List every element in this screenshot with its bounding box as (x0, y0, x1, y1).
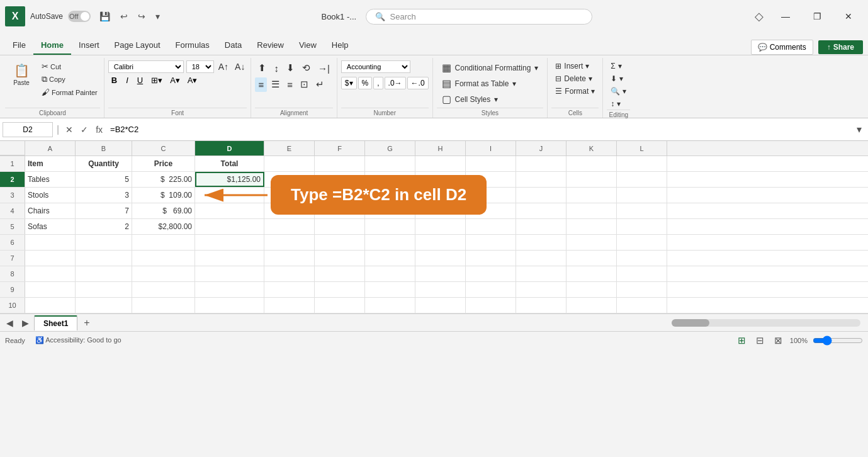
cell-e1[interactable] (264, 156, 315, 171)
cell-h8[interactable] (415, 266, 466, 281)
page-break-view-button[interactable]: ⊠ (772, 334, 785, 347)
fill-button[interactable]: ⬇ ▾ (607, 73, 627, 84)
conditional-formatting-button[interactable]: ▦ Conditional Formatting ▾ (437, 60, 544, 75)
cell-i10[interactable] (466, 298, 516, 313)
cell-l6[interactable] (617, 235, 667, 250)
cell-l8[interactable] (617, 266, 667, 281)
save-icon[interactable]: 💾 (96, 9, 114, 24)
cell-j3[interactable] (516, 188, 566, 203)
cell-b10[interactable] (76, 298, 132, 313)
cell-g9[interactable] (365, 282, 415, 297)
cell-a8[interactable] (25, 266, 76, 281)
bold-button[interactable]: B (108, 74, 120, 86)
font-size-select[interactable]: 18 (186, 60, 214, 73)
delete-cells-button[interactable]: ⊟ Delete ▾ (551, 73, 596, 84)
cell-g3[interactable] (365, 188, 415, 203)
cell-d2[interactable]: $1,125.00 (195, 172, 264, 187)
cell-k5[interactable] (566, 219, 617, 234)
cell-h1[interactable] (415, 156, 466, 171)
cell-b2[interactable]: 5 (76, 172, 132, 187)
cell-h10[interactable] (415, 298, 466, 313)
cell-g6[interactable] (365, 235, 415, 250)
cell-a10[interactable] (25, 298, 76, 313)
merge-button[interactable]: ⊡ (297, 77, 312, 92)
cell-k10[interactable] (566, 298, 617, 313)
cell-f6[interactable] (315, 235, 365, 250)
cell-k8[interactable] (566, 266, 617, 281)
col-header-b[interactable]: B (76, 141, 132, 155)
insert-function-button[interactable]: fx (93, 123, 105, 136)
add-sheet-button[interactable]: + (79, 316, 94, 330)
tab-insert[interactable]: Insert (71, 37, 107, 55)
cell-l5[interactable] (617, 219, 667, 234)
cell-h5[interactable] (415, 219, 466, 234)
font-shrink-button[interactable]: A↓ (233, 60, 247, 73)
italic-button[interactable]: I (123, 74, 132, 86)
cell-l2[interactable] (617, 172, 667, 187)
col-header-l[interactable]: L (617, 141, 667, 155)
cell-i9[interactable] (466, 282, 516, 297)
cell-f9[interactable] (315, 282, 365, 297)
cell-f8[interactable] (315, 266, 365, 281)
row-num-3[interactable]: 3 (0, 188, 25, 203)
cell-h2[interactable] (415, 172, 466, 187)
cell-styles-button[interactable]: ▢ Cell Styles ▾ (437, 92, 504, 106)
sheet-nav-prev[interactable]: ◀ (3, 317, 17, 329)
cell-e8[interactable] (264, 266, 315, 281)
tab-home[interactable]: Home (33, 37, 71, 55)
cell-h7[interactable] (415, 251, 466, 266)
autosum-button[interactable]: Σ ▾ (607, 60, 625, 72)
cell-i3[interactable] (466, 188, 516, 203)
cell-j7[interactable] (516, 251, 566, 266)
col-header-e[interactable]: E (264, 141, 315, 155)
cell-e9[interactable] (264, 282, 315, 297)
cell-i8[interactable] (466, 266, 516, 281)
border-button[interactable]: ⊞▾ (149, 74, 165, 86)
cell-a9[interactable] (25, 282, 76, 297)
align-top-button[interactable]: ⬆ (255, 60, 269, 76)
col-header-i[interactable]: I (466, 141, 516, 155)
align-center-button[interactable]: ☰ (268, 77, 283, 92)
cell-e2[interactable] (264, 172, 315, 187)
cell-g5[interactable] (365, 219, 415, 234)
row-num-4[interactable]: 4 (0, 203, 25, 218)
cell-e6[interactable] (264, 235, 315, 250)
cell-g2[interactable] (365, 172, 415, 187)
cell-e3[interactable] (264, 188, 315, 203)
format-cells-button[interactable]: ☰ Format ▾ (551, 86, 599, 97)
customize-icon[interactable]: ▾ (152, 9, 164, 24)
text-direction-button[interactable]: ⟲ (299, 60, 313, 76)
cell-k2[interactable] (566, 172, 617, 187)
cell-f2[interactable] (315, 172, 365, 187)
cell-l7[interactable] (617, 251, 667, 266)
cell-b4[interactable]: 7 (76, 203, 132, 218)
cell-i6[interactable] (466, 235, 516, 250)
minimize-button[interactable]: — (771, 6, 800, 26)
cell-k6[interactable] (566, 235, 617, 250)
tab-view[interactable]: View (291, 37, 324, 55)
cell-d4[interactable] (195, 203, 264, 218)
share-button[interactable]: ↑ Share (818, 40, 863, 54)
cell-f3[interactable] (315, 188, 365, 203)
close-button[interactable]: ✕ (834, 6, 863, 26)
cell-b5[interactable]: 2 (76, 219, 132, 234)
row-num-10[interactable]: 10 (0, 298, 25, 313)
cell-a7[interactable] (25, 251, 76, 266)
cell-c9[interactable] (132, 282, 195, 297)
cell-d5[interactable] (195, 219, 264, 234)
col-header-a[interactable]: A (25, 141, 76, 155)
cell-d9[interactable] (195, 282, 264, 297)
paste-button[interactable]: 📋 Paste (5, 60, 38, 89)
cell-c3[interactable]: $ 109.00 (132, 188, 195, 203)
cell-c5[interactable]: $2,800.00 (132, 219, 195, 234)
confirm-formula-button[interactable]: ✓ (78, 123, 91, 136)
cell-j6[interactable] (516, 235, 566, 250)
cell-b3[interactable]: 3 (76, 188, 132, 203)
cell-b7[interactable] (76, 251, 132, 266)
number-format-select[interactable]: Accounting (341, 60, 410, 73)
horizontal-scrollbar-thumb[interactable] (672, 319, 709, 327)
find-select-button[interactable]: 🔍 ▾ (607, 86, 630, 97)
cell-e10[interactable] (264, 298, 315, 313)
col-header-j[interactable]: J (516, 141, 566, 155)
col-header-h[interactable]: H (415, 141, 466, 155)
